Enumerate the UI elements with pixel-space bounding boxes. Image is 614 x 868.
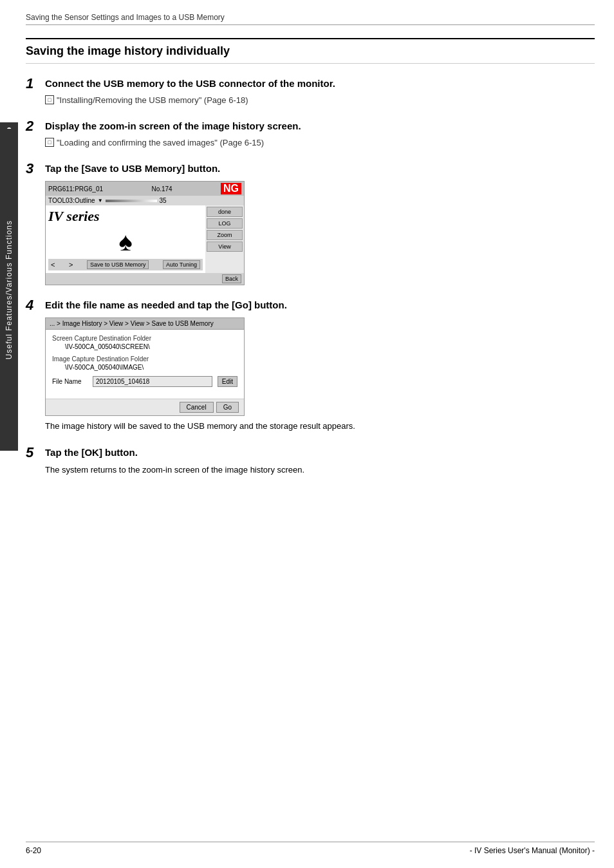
step-5: 5 Tap the [OK] button. The system return… — [26, 446, 595, 476]
screen-top-bar: PRG611:PRG6_01 No.174 NG — [46, 182, 244, 196]
step-2-title: Display the zoom-in screen of the image … — [45, 119, 301, 133]
toolbar-value: 35 — [160, 197, 167, 204]
zoom-btn[interactable]: Zoom — [207, 230, 243, 240]
step-4-header: 4 Edit the file name as needed and tap t… — [26, 298, 595, 312]
screen-bottom-row: Back — [46, 273, 244, 285]
side-tab: Useful Features/Various Functions — [0, 129, 18, 451]
footer-title: - IV Series User's Manual (Monitor) - — [470, 846, 595, 855]
step-1-title: Connect the USB memory to the USB connec… — [45, 77, 335, 90]
screen-nav-row: < > Save to USB Memory Auto Tuning — [48, 259, 203, 270]
main-content: Saving the Sensor Settings and Images to… — [26, 0, 595, 514]
file-name-row: File Name 20120105_104618 Edit — [52, 376, 237, 387]
nav-left-btn[interactable]: < — [51, 261, 55, 269]
image-capture-value: \IV-500CA_005040\IMAGE\ — [65, 364, 237, 371]
screen-sidebar: done LOG Zoom View — [205, 205, 244, 273]
screen-no-label: No.174 — [151, 185, 172, 193]
screen-capture-label: Screen Capture Destination Folder — [52, 335, 237, 342]
screen-prg-label: PRG611:PRG6_01 — [48, 185, 103, 193]
back-btn[interactable]: Back — [222, 274, 241, 283]
toolbar-divider — [106, 200, 157, 202]
image-capture-row: Image Capture Destination Folder \IV-500… — [52, 355, 237, 371]
log-btn[interactable]: LOG — [207, 218, 243, 229]
step-1-header: 1 Connect the USB memory to the USB conn… — [26, 77, 595, 91]
step-1: 1 Connect the USB memory to the USB conn… — [26, 77, 595, 106]
screen2-body: Screen Capture Destination Folder \IV-50… — [46, 330, 244, 399]
page-header-title: Saving the Sensor Settings and Images to… — [26, 13, 225, 22]
step-3-screen: PRG611:PRG6_01 No.174 NG TOOL03:Outline … — [45, 181, 245, 285]
step-2: 2 Display the zoom-in screen of the imag… — [26, 119, 595, 149]
step-5-para: The system returns to the zoom-in screen… — [45, 464, 595, 476]
step-5-number: 5 — [26, 446, 40, 460]
step-4-title: Edit the file name as needed and tap the… — [45, 298, 287, 312]
go-btn[interactable]: Go — [216, 402, 239, 413]
step-2-note-text: "Loading and confirming the saved images… — [57, 137, 264, 149]
step-1-note-text: "Installing/Removing the USB memory" (Pa… — [57, 95, 248, 106]
done-btn[interactable]: done — [207, 207, 243, 217]
note-icon-1: □ — [45, 95, 54, 104]
view-btn[interactable]: View — [207, 241, 243, 252]
image-capture-label: Image Capture Destination Folder — [52, 355, 237, 363]
step-5-header: 5 Tap the [OK] button. — [26, 446, 595, 460]
side-tab-label: Useful Features/Various Functions — [5, 220, 14, 359]
file-name-input[interactable]: 20120105_104618 — [93, 376, 212, 387]
step-4: 4 Edit the file name as needed and tap t… — [26, 298, 595, 433]
step-1-number: 1 — [26, 77, 40, 91]
step-3: 3 Tap the [Save to USB Memory] button. P… — [26, 162, 595, 285]
spade-icon: ♠ — [118, 227, 132, 256]
screen-main: IV series ♠ < > Save to USB Memory Auto … — [46, 205, 205, 273]
page-header: Saving the Sensor Settings and Images to… — [26, 13, 595, 25]
step-3-title: Tap the [Save to USB Memory] button. — [45, 162, 220, 175]
dropdown-arrow: ▼ — [98, 198, 103, 203]
section-title: Saving the image history individually — [26, 38, 595, 64]
screen-toolbar: TOOL03:Outline ▼ 35 — [46, 196, 244, 205]
step-4-number: 4 — [26, 298, 40, 312]
edit-btn[interactable]: Edit — [218, 376, 237, 387]
step-2-header: 2 Display the zoom-in screen of the imag… — [26, 119, 595, 133]
screen2-footer: Cancel Go — [46, 399, 244, 415]
toolbar-label: TOOL03:Outline — [48, 197, 95, 204]
nav-right-btn[interactable]: > — [69, 261, 73, 269]
screen-body: IV series ♠ < > Save to USB Memory Auto … — [46, 205, 244, 273]
iv-series-logo: IV series — [48, 208, 100, 225]
screen-capture-value: \IV-500CA_005040\SCREEN\ — [65, 343, 237, 350]
step-2-number: 2 — [26, 119, 40, 133]
screen2-breadcrumb: ... > Image History > View > View > Save… — [46, 318, 244, 330]
step-5-title: Tap the [OK] button. — [45, 446, 138, 459]
step-3-number: 3 — [26, 162, 40, 176]
file-name-label: File Name — [52, 378, 88, 385]
step-2-note: □ "Loading and confirming the saved imag… — [45, 137, 595, 149]
cancel-btn[interactable]: Cancel — [180, 402, 214, 413]
ng-badge: NG — [221, 183, 241, 194]
screen-capture-row: Screen Capture Destination Folder \IV-50… — [52, 335, 237, 350]
page-footer: 6-20 - IV Series User's Manual (Monitor)… — [26, 842, 595, 855]
note-icon-2: □ — [45, 138, 54, 147]
step-4-screen: ... > Image History > View > View > Save… — [45, 317, 245, 416]
page-number: 6-20 — [26, 846, 41, 855]
save-usb-btn[interactable]: Save to USB Memory — [87, 260, 149, 269]
step-1-note: □ "Installing/Removing the USB memory" (… — [45, 95, 595, 106]
auto-tuning-btn[interactable]: Auto Tuning — [163, 260, 200, 269]
step-4-para: The image history will be saved to the U… — [45, 420, 595, 433]
step-3-header: 3 Tap the [Save to USB Memory] button. — [26, 162, 595, 176]
